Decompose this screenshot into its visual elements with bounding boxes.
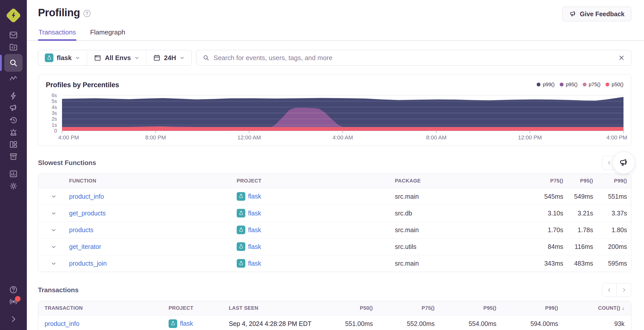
package-cell: src.db [394,210,537,217]
slowest-functions-title: Slowest Functions [38,159,96,167]
sidebar-item-traces[interactable] [4,72,23,85]
sidebar-item-settings[interactable] [4,180,23,192]
tab-flamegraph[interactable]: Flamegraph [90,25,126,40]
legend-item-p99[interactable]: p99() [537,82,555,87]
column-header[interactable]: COUNT() ↓ [565,305,631,311]
project-badge[interactable]: flask [237,209,261,217]
page-help-icon[interactable]: ? [84,10,91,17]
project-badge[interactable]: flask [237,192,261,201]
prev-page-button[interactable] [602,283,617,297]
sidebar-item-explore[interactable] [4,54,23,72]
legend-dot [606,83,609,86]
x-tick-mark [62,131,62,133]
date-range-filter-label: 24H [164,54,176,62]
sidebar-item-projects[interactable] [4,41,23,53]
environment-filter[interactable]: All Envs [87,50,146,65]
clock-history-icon [9,115,18,125]
count-cell: 93k [565,320,631,327]
clear-search-icon[interactable] [618,54,625,61]
column-header[interactable]: PACKAGE [394,178,537,184]
transaction-link[interactable]: product_info [45,320,79,327]
function-link[interactable]: products [69,226,93,233]
floating-feedback-button[interactable] [613,152,635,174]
function-link[interactable]: products_join [69,260,107,267]
sidebar-item-discover[interactable] [4,151,23,163]
p75-cell: 3.10s [537,210,567,217]
expand-row-button[interactable] [38,261,68,267]
legend-dot [583,83,587,86]
column-header[interactable]: FUNCTION [68,178,236,184]
project-link[interactable]: flask [248,243,261,250]
sidebar-item-whats-new[interactable] [4,296,23,307]
flask-project-icon [237,259,245,268]
x-tick-mark [343,131,343,133]
legend-dot [537,83,540,86]
sidebar-item-issues[interactable] [4,29,23,41]
column-header[interactable]: P99() [503,305,565,311]
sidebar-item-stats[interactable] [4,168,23,180]
p99-cell: 594.00ms [503,320,565,327]
sidebar-item-crons[interactable] [4,114,23,126]
column-header[interactable]: P95() [441,305,503,311]
project-badge[interactable]: flask [169,319,193,328]
give-feedback-button[interactable]: Give Feedback [562,7,631,21]
sidebar-item-insights[interactable] [4,90,23,102]
column-header[interactable]: P75() [537,178,567,184]
flask-project-icon [237,226,245,234]
expand-row-button[interactable] [38,210,68,216]
legend-item-p50[interactable]: p50() [606,82,623,87]
column-header[interactable]: P99() [597,178,631,184]
column-header[interactable]: LAST SEEN [223,305,318,311]
project-badge[interactable]: flask [237,226,261,234]
function-link[interactable]: get_products [69,210,106,217]
sidebar-item-dashboards[interactable] [4,138,23,151]
chart-legend: p99()p95()p75()p50() [537,82,623,87]
function-link[interactable]: get_iterator [69,243,101,250]
y-tick-label: 0 [54,128,57,134]
search-input[interactable] [214,54,614,62]
search-icon [9,58,18,68]
p95-cell: 483ms [567,260,597,267]
expand-row-button[interactable] [38,227,68,233]
x-tick-mark [249,131,249,133]
column-header[interactable]: PROJECT [162,305,223,311]
column-header[interactable]: P95() [567,178,597,184]
date-range-filter[interactable]: 24H [146,50,191,65]
column-header[interactable]: PROJECT [236,178,394,184]
table-row: productsflasksrc.main1.70s1.78s1.80s [38,222,631,238]
column-header[interactable]: P50() [318,305,379,311]
lightning-icon [9,91,18,101]
project-link[interactable]: flask [248,193,261,200]
megaphone-icon [619,158,629,168]
sidebar-collapse-button[interactable] [4,313,23,325]
column-header[interactable]: P75() [379,305,441,311]
project-link[interactable]: flask [248,226,261,234]
chevron-left-icon [606,287,612,293]
legend-item-p75[interactable]: p75() [583,82,601,87]
sidebar-item-alerts[interactable] [4,126,23,138]
sort-desc-icon: ↓ [622,305,625,311]
table-row: products_joinflasksrc.main343ms483ms595m… [38,255,631,272]
p75-cell: 552.00ms [379,320,441,327]
sidebar-item-user-feedback[interactable] [4,102,23,114]
next-page-button[interactable] [617,283,631,297]
function-link[interactable]: product_info [69,193,104,200]
project-badge[interactable]: flask [237,242,261,251]
megaphone-icon [9,103,18,113]
project-link[interactable]: flask [248,260,261,267]
legend-item-p95[interactable]: p95() [560,82,578,87]
column-header[interactable]: TRANSACTION [38,305,162,311]
expand-row-button[interactable] [38,244,68,250]
tab-transactions[interactable]: Transactions [38,25,76,40]
chart-plot-area [62,94,623,131]
project-link[interactable]: flask [248,210,261,217]
project-badge[interactable]: flask [237,259,261,268]
project-link[interactable]: flask [180,320,193,327]
package-cell: src.main [394,260,537,267]
p95-cell: 116ms [567,243,597,250]
project-filter[interactable]: flask [38,50,87,65]
package-cell: src.main [394,226,537,234]
sentry-logo[interactable] [6,8,21,23]
sidebar-item-help[interactable] [4,284,23,296]
expand-row-button[interactable] [38,193,68,199]
